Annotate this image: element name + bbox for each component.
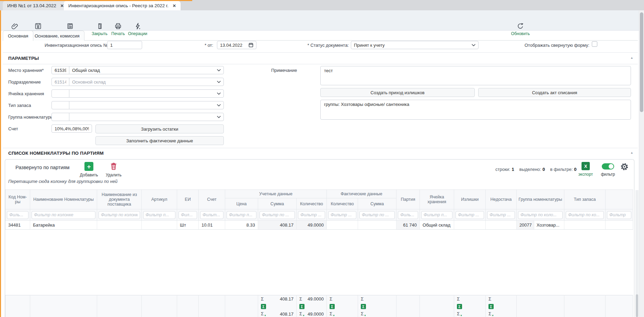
column-filter-input[interactable] — [298, 211, 325, 219]
tab-basis-commission[interactable]: Основание, комиссия — [30, 31, 84, 41]
column-filter-input[interactable] — [32, 211, 95, 219]
delete-trash-icon[interactable] — [110, 162, 117, 171]
close-icon[interactable]: ✕ — [173, 3, 176, 8]
column-header[interactable]: Излишки — [454, 190, 486, 209]
storage-place-select[interactable]: Общий склад — [69, 66, 224, 74]
page-scrollbar-thumb[interactable] — [640, 12, 643, 112]
column-header[interactable]: Недостача — [486, 190, 517, 209]
close-button[interactable]: Закрыть — [91, 22, 108, 36]
grid-cell[interactable] — [327, 221, 358, 230]
account-input[interactable] — [51, 124, 92, 133]
collapsed-form-checkbox[interactable] — [592, 41, 597, 47]
excel-export-icon[interactable]: X — [582, 162, 590, 170]
column-filter-input[interactable] — [456, 211, 484, 219]
date-input[interactable]: 13.04.2022 — [217, 41, 256, 49]
column-filter-input[interactable] — [518, 211, 563, 219]
storage-cell-select[interactable] — [69, 89, 224, 98]
grid-cell[interactable] — [564, 221, 606, 230]
column-header[interactable]: Наименование из документа поставщика — [97, 190, 142, 209]
print-button[interactable]: Печать — [110, 22, 126, 36]
storage-place-code-input[interactable] — [51, 66, 69, 74]
column-filter-input[interactable] — [143, 211, 175, 219]
grid-cell[interactable]: 408.17 — [258, 221, 297, 230]
column-filter-input[interactable] — [421, 211, 452, 219]
column-filter-input[interactable] — [328, 211, 356, 219]
note-textarea[interactable]: тест — [320, 66, 631, 85]
grid-cell[interactable]: 34481 — [5, 221, 30, 230]
column-filter-input[interactable] — [260, 211, 295, 219]
grid-cell[interactable] — [142, 221, 177, 230]
operations-button[interactable]: Операции — [128, 22, 148, 36]
column-filter-input[interactable] — [7, 211, 28, 219]
collapse-params-icon[interactable]: ▲ — [630, 56, 633, 59]
refresh-button[interactable]: Обновить — [510, 22, 530, 36]
column-header[interactable]: Код Ном-ры — [5, 190, 30, 209]
sum-badge-icon[interactable]: Σ — [299, 304, 304, 309]
grid-cell[interactable]: Общий склад — [420, 221, 454, 230]
sum-badge-icon[interactable]: Σ — [488, 304, 494, 309]
storage-cell-code-input[interactable] — [51, 89, 69, 98]
fill-actual-data-button[interactable]: Заполнить фактические данные — [95, 136, 224, 145]
sum-badge-icon[interactable]: Σ — [457, 304, 462, 309]
tab-main[interactable]: Основная — [3, 31, 33, 41]
grid-cell[interactable]: Шт — [177, 221, 199, 230]
add-row-button[interactable]: + — [84, 162, 93, 171]
column-filter-input[interactable] — [200, 211, 223, 219]
column-filter-input[interactable] — [99, 211, 140, 219]
column-filter-input[interactable] — [487, 211, 515, 219]
column-header[interactable]: Группа номенклатуры — [517, 190, 564, 209]
column-filter-input[interactable] — [607, 211, 631, 219]
table-row[interactable]: 34481БатарейкаШт10.018.33408.1749.000061… — [5, 221, 633, 230]
column-header[interactable]: Ячейка хранения — [420, 190, 454, 209]
grid-cell[interactable]: 20077Хозтовар... — [517, 221, 564, 230]
department-code-input[interactable] — [51, 78, 69, 86]
close-icon[interactable]: ✕ — [60, 3, 64, 8]
column-header[interactable]: ЕИ — [177, 190, 199, 209]
grid-scrollbar-thumb[interactable] — [636, 294, 638, 317]
column-header[interactable]: Количество — [327, 198, 358, 209]
status-select[interactable]: Принят к учету — [351, 41, 479, 49]
grid-cell[interactable] — [454, 221, 486, 230]
load-balances-button[interactable]: Загрузить остатки — [95, 124, 224, 133]
grid-cell[interactable]: 10.01 — [199, 221, 225, 230]
column-header[interactable]: Счет — [199, 190, 225, 209]
column-header[interactable]: Количество — [297, 198, 327, 209]
column-header[interactable]: Тип запаса — [564, 190, 606, 209]
create-surplus-receipt-button[interactable]: Создать приход излишков — [320, 88, 475, 97]
grid-cell[interactable]: 49.0000 — [297, 221, 327, 230]
nomenclature-group-select[interactable] — [69, 113, 224, 121]
nomenclature-group-code-input[interactable] — [51, 113, 69, 121]
grid-cell[interactable] — [606, 221, 633, 230]
column-filter-input[interactable] — [179, 211, 197, 219]
calendar-icon[interactable] — [249, 43, 253, 47]
filter-toggle[interactable] — [602, 163, 614, 170]
grid-cell[interactable]: Батарейка — [30, 221, 97, 230]
sum-badge-icon[interactable]: Σ — [261, 304, 266, 309]
column-header[interactable]: Партия — [396, 190, 420, 209]
grid-cell[interactable] — [97, 221, 142, 230]
column-filter-input[interactable] — [566, 211, 604, 219]
create-writeoff-act-button[interactable]: Создать акт списания — [478, 88, 631, 97]
window-tab-document[interactable]: ИНВ №1 от 13.04.2022 ✕ — [3, 1, 68, 10]
sum-badge-icon[interactable]: Σ — [361, 304, 366, 309]
column-filter-input[interactable] — [398, 211, 418, 219]
column-filter-input[interactable] — [359, 211, 395, 219]
column-header[interactable]: Артикул — [142, 190, 177, 209]
department-select[interactable]: Основной склад — [69, 78, 224, 86]
column-header[interactable]: Наименование Номенклатуры — [30, 190, 97, 209]
window-tab-register[interactable]: Инвентаризационная опись - Реестр за 202… — [64, 1, 181, 10]
collapse-list-icon[interactable]: ▲ — [630, 151, 633, 154]
column-header[interactable]: Цена — [225, 198, 258, 209]
inventory-number-input[interactable] — [107, 41, 142, 49]
grid-cell[interactable] — [358, 221, 396, 230]
column-header[interactable]: Сумма — [358, 198, 396, 209]
grid-cell[interactable]: 8.33 — [225, 221, 258, 230]
grid-cell[interactable]: 61 740 — [396, 221, 420, 230]
column-filter-input[interactable] — [227, 211, 256, 219]
column-header[interactable] — [606, 190, 633, 209]
gear-icon[interactable] — [620, 162, 629, 171]
stock-type-code-input[interactable] — [51, 101, 69, 109]
groups-textarea[interactable]: группы: Хозтовары офисные/ сантехника — [320, 100, 631, 120]
sum-badge-icon[interactable]: Σ — [330, 304, 335, 309]
grid-cell[interactable] — [486, 221, 517, 230]
